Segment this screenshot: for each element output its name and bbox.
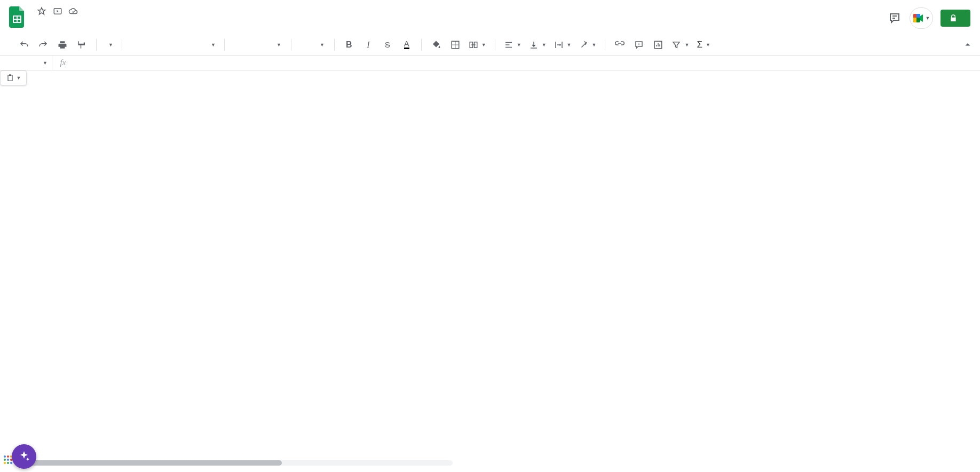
chevron-down-icon: ▼ bbox=[926, 15, 930, 21]
toolbar: ▼ ▼ ▼ ▼ B I S A ▼ ▼ ▼ ▼ ▼ ▼ Σ▼ bbox=[0, 34, 980, 56]
strike-button[interactable]: S bbox=[380, 37, 396, 53]
move-icon[interactable] bbox=[52, 6, 63, 17]
svg-point-13 bbox=[4, 459, 6, 461]
menu-extensions[interactable] bbox=[98, 25, 107, 29]
undo-icon[interactable] bbox=[16, 37, 32, 53]
bold-button[interactable]: B bbox=[341, 37, 357, 53]
svg-rect-9 bbox=[9, 74, 11, 76]
svg-point-16 bbox=[4, 462, 6, 464]
print-icon[interactable] bbox=[54, 37, 70, 53]
paint-format-icon[interactable] bbox=[74, 37, 90, 53]
rotate-icon bbox=[579, 40, 589, 50]
increase-decimal[interactable] bbox=[186, 37, 202, 53]
svg-rect-8 bbox=[8, 75, 12, 81]
menu-insert[interactable] bbox=[60, 25, 68, 29]
fx-icon: fx bbox=[52, 58, 74, 67]
menu-tools[interactable] bbox=[89, 25, 97, 29]
font-dropdown[interactable]: ▼ bbox=[231, 37, 284, 53]
text-color-button[interactable]: A bbox=[399, 37, 415, 53]
zoom-dropdown[interactable]: ▼ bbox=[103, 37, 115, 53]
menu-file[interactable] bbox=[31, 25, 39, 29]
merge-icon bbox=[469, 40, 478, 50]
italic-button[interactable]: I bbox=[360, 37, 376, 53]
clipboard-icon bbox=[6, 74, 14, 82]
chevron-down-icon: ▼ bbox=[17, 75, 21, 81]
explore-icon bbox=[18, 450, 30, 463]
redo-icon[interactable] bbox=[35, 37, 51, 53]
cloud-status[interactable] bbox=[68, 6, 80, 16]
decrease-decimal[interactable] bbox=[167, 37, 183, 53]
share-button[interactable] bbox=[941, 10, 970, 27]
comments-icon[interactable] bbox=[887, 11, 902, 26]
number-format-dropdown[interactable]: ▼ bbox=[206, 37, 218, 53]
filter-icon bbox=[671, 40, 681, 50]
svg-point-17 bbox=[7, 462, 9, 464]
valign-dropdown[interactable]: ▼ bbox=[527, 37, 549, 53]
collapse-toolbar-icon[interactable] bbox=[960, 37, 976, 53]
link-icon[interactable] bbox=[612, 37, 628, 53]
borders-icon[interactable] bbox=[447, 37, 463, 53]
rotate-dropdown[interactable]: ▼ bbox=[577, 37, 599, 53]
filter-dropdown[interactable]: ▼ bbox=[669, 37, 691, 53]
lock-icon bbox=[949, 14, 958, 22]
menu-bar bbox=[31, 19, 125, 34]
svg-rect-3 bbox=[14, 20, 17, 22]
fill-color-icon[interactable] bbox=[428, 37, 444, 53]
menu-data[interactable] bbox=[79, 25, 88, 29]
svg-point-11 bbox=[7, 455, 9, 458]
star-icon[interactable] bbox=[36, 6, 47, 17]
fontsize-dropdown[interactable]: ▼ bbox=[298, 37, 328, 53]
wrap-dropdown[interactable]: ▼ bbox=[552, 37, 574, 53]
svg-point-10 bbox=[4, 455, 6, 458]
cloud-icon bbox=[68, 6, 78, 16]
comment-icon[interactable] bbox=[631, 37, 647, 53]
menu-edit[interactable] bbox=[41, 25, 49, 29]
wrap-icon bbox=[554, 40, 564, 50]
svg-rect-1 bbox=[14, 17, 17, 19]
chevron-down-icon: ▼ bbox=[43, 60, 48, 66]
svg-point-18 bbox=[10, 462, 12, 464]
meet-button[interactable]: ▼ bbox=[910, 7, 933, 29]
sigma-icon: Σ bbox=[697, 40, 702, 50]
functions-dropdown[interactable]: Σ▼ bbox=[694, 37, 712, 53]
svg-point-14 bbox=[7, 459, 9, 461]
halign-dropdown[interactable]: ▼ bbox=[502, 37, 524, 53]
sheets-logo[interactable] bbox=[6, 6, 28, 28]
valign-icon bbox=[529, 40, 539, 50]
svg-rect-2 bbox=[18, 17, 20, 19]
horizontal-scrollbar[interactable] bbox=[26, 460, 453, 466]
formula-bar: ▼ fx bbox=[0, 56, 980, 70]
meet-icon bbox=[913, 13, 924, 23]
format-currency[interactable] bbox=[129, 37, 145, 53]
align-left-icon bbox=[504, 40, 513, 50]
menu-view[interactable] bbox=[50, 25, 59, 29]
menu-format[interactable] bbox=[69, 25, 78, 29]
paste-options-popup[interactable]: ▼ bbox=[0, 70, 27, 85]
name-box[interactable]: ▼ bbox=[0, 56, 52, 70]
menu-help[interactable] bbox=[108, 25, 116, 29]
explore-fab[interactable] bbox=[12, 444, 36, 469]
merge-dropdown[interactable]: ▼ bbox=[467, 37, 488, 53]
format-percent[interactable] bbox=[148, 37, 164, 53]
chart-icon[interactable] bbox=[650, 37, 666, 53]
svg-rect-4 bbox=[18, 20, 20, 22]
